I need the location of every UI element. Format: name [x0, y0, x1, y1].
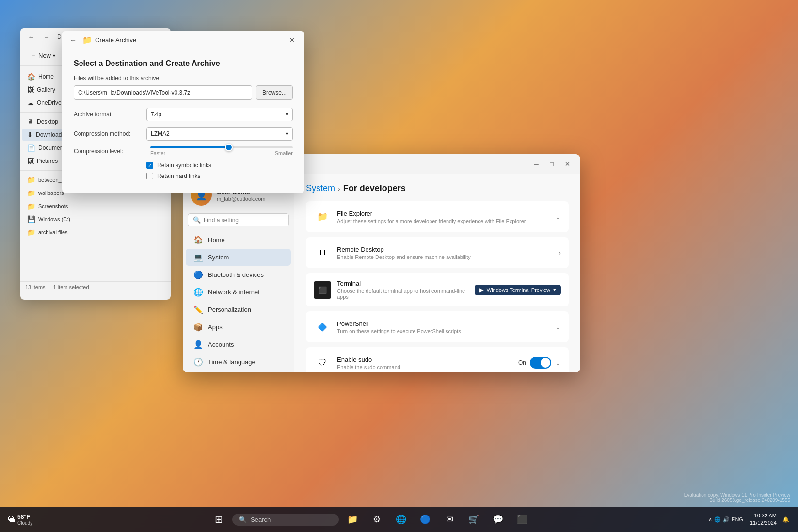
- ca-heading: Select a Destination and Create Archive: [74, 59, 293, 68]
- breadcrumb-parent[interactable]: System: [306, 183, 335, 193]
- ca-slider-thumb[interactable]: [225, 144, 233, 151]
- sw-close-button[interactable]: ✕: [560, 157, 575, 171]
- chevron-down-icon-ps: ⌄: [555, 323, 561, 331]
- terminal-app-icon: ▶: [479, 287, 484, 293]
- ca-browse-button[interactable]: Browse...: [256, 85, 293, 100]
- chevron-down-icon-sudo: ⌄: [555, 359, 561, 367]
- chevron-down-icon-fe: ⌄: [555, 213, 561, 221]
- sw-card-powershell-text: PowerShell Turn on these settings to exe…: [337, 320, 555, 334]
- ca-checkbox-symbolic: ✓ Retain symbolic links: [74, 162, 293, 169]
- file-explorer-card-icon: 📁: [314, 208, 331, 226]
- terminal-select-badge[interactable]: ▶ Windows Terminal Preview ▾: [475, 285, 561, 295]
- terminal-app-name: Windows Terminal Preview: [487, 287, 550, 293]
- ca-compression-select[interactable]: LZMA2 ▾: [146, 127, 293, 141]
- sw-row-terminal[interactable]: ⬛ Terminal Choose the default terminal a…: [306, 273, 569, 306]
- sw-row-remote-desktop[interactable]: 🖥 Remote Desktop Enable Remote Desktop a…: [306, 237, 569, 268]
- ca-path-input[interactable]: [74, 85, 252, 100]
- ca-format-select[interactable]: 7zip ▾: [146, 108, 293, 121]
- taskbar-app-store[interactable]: 🛒: [463, 509, 484, 530]
- sudo-toggle[interactable]: [530, 357, 551, 369]
- folder-icon-2: 📁: [27, 189, 35, 197]
- ca-titlebar: ← 📁 Create Archive ✕: [62, 31, 304, 49]
- sidebar-item-windows-c[interactable]: 💾 Windows (C:): [22, 213, 81, 226]
- ca-checkbox-symbolic-input[interactable]: ✓: [146, 162, 153, 169]
- sw-nav-personalization[interactable]: ✏️ Personalization: [186, 301, 291, 318]
- chevron-down-icon-terminal: ▾: [553, 287, 556, 293]
- fe-back-button[interactable]: ←: [24, 30, 38, 44]
- sw-card-powershell: 🔷 PowerShell Turn on these settings to e…: [306, 311, 569, 342]
- sidebar-item-archival[interactable]: 📁 archival files: [22, 226, 81, 239]
- sw-maximize-button[interactable]: □: [544, 157, 559, 171]
- sudo-card-icon: 🛡: [314, 354, 331, 371]
- sidebar-item-screenshots[interactable]: 📁 Screenshots: [22, 200, 81, 212]
- sw-card-sudo-title: Enable sudo: [337, 356, 518, 363]
- sw-find-input[interactable]: [204, 217, 284, 224]
- network-nav-icon: 🌐: [193, 288, 203, 297]
- taskbar-app-browser[interactable]: 🌐: [390, 509, 412, 530]
- search-taskbar-label: Search: [251, 516, 271, 523]
- folder-icon-1: 📁: [27, 176, 35, 184]
- fe-new-button[interactable]: ＋ New ▾: [25, 49, 60, 63]
- taskbar-app-teams[interactable]: 💬: [487, 509, 509, 530]
- sw-find-setting[interactable]: 🔍: [188, 213, 289, 226]
- folder-icon-3: 📁: [27, 202, 35, 210]
- sw-card-file-explorer-desc: Adjust these settings for a more develop…: [337, 218, 555, 224]
- browser-taskbar-icon: 🌐: [396, 514, 406, 525]
- clock-date: 11/12/2024: [750, 519, 777, 527]
- sw-card-remote-desktop-title: Remote Desktop: [337, 246, 559, 253]
- sw-card-sudo-text: Enable sudo Enable the sudo command: [337, 356, 518, 370]
- sw-nav-time[interactable]: 🕐 Time & language: [186, 354, 291, 371]
- sw-card-terminal-action[interactable]: ▶ Windows Terminal Preview ▾: [475, 285, 561, 295]
- ca-checkbox-hard-input[interactable]: [146, 173, 153, 179]
- breadcrumb: System › For developers: [306, 183, 569, 193]
- folder-icon-4: 📁: [27, 228, 35, 236]
- network-tray-icon[interactable]: 🌐: [714, 516, 721, 523]
- taskbar-app-edge[interactable]: 🔵: [415, 509, 436, 530]
- sw-nav-gaming[interactable]: 🎮 Gaming: [186, 371, 291, 372]
- chevron-right-icon-rd: ›: [559, 249, 561, 257]
- taskbar-app-explorer[interactable]: 📁: [342, 509, 363, 530]
- taskbar-right: ∧ 🌐 🔊 ENG 10:32 AM 11/12/2024 🔔: [704, 512, 798, 527]
- sw-nav-system[interactable]: 💻 System: [186, 249, 291, 266]
- volume-tray-icon[interactable]: 🔊: [723, 516, 730, 523]
- settings-taskbar-icon: ⚙: [373, 514, 381, 525]
- start-button[interactable]: ⊞: [208, 509, 229, 530]
- edge-taskbar-icon: 🔵: [420, 514, 431, 525]
- taskbar-left: 🌥 58°F Cloudy: [0, 514, 36, 526]
- notification-button[interactable]: 🔔: [780, 516, 792, 523]
- sw-nav-home[interactable]: 🏠 Home: [186, 231, 291, 248]
- ca-slider-labels: Faster Smaller: [150, 150, 293, 156]
- fe-statusbar: 13 items 1 item selected: [20, 281, 171, 292]
- weather-widget[interactable]: 🌥 58°F Cloudy: [4, 514, 36, 526]
- taskbar-app-settings[interactable]: ⚙: [366, 509, 387, 530]
- sw-card-powershell-desc: Turn on these settings to execute PowerS…: [337, 328, 555, 334]
- sw-card-file-explorer-title: File Explorer: [337, 210, 555, 217]
- sw-nav-bluetooth[interactable]: 🔵 Bluetooth & devices: [186, 266, 291, 283]
- ca-body: Select a Destination and Create Archive …: [62, 49, 304, 193]
- sw-sidebar: 👤 User Demo m_lab@outlook.com 🔍 🏠 Home 💻…: [183, 174, 294, 372]
- ca-close-button[interactable]: ✕: [285, 33, 299, 47]
- sw-row-powershell[interactable]: 🔷 PowerShell Turn on these settings to e…: [306, 311, 569, 342]
- sw-minimize-button[interactable]: ─: [529, 157, 543, 171]
- lang-tray-label[interactable]: ENG: [732, 516, 743, 522]
- chevron-up-icon[interactable]: ∧: [708, 516, 712, 523]
- fe-forward-button[interactable]: →: [40, 30, 53, 44]
- sw-card-terminal-text: Terminal Choose the default terminal app…: [337, 280, 475, 300]
- sw-window-controls: ─ □ ✕: [529, 157, 575, 171]
- sw-nav-apps[interactable]: 📦 Apps: [186, 319, 291, 336]
- breadcrumb-current: For developers: [343, 183, 406, 193]
- clock-widget[interactable]: 10:32 AM 11/12/2024: [750, 512, 777, 527]
- sw-nav-network[interactable]: 🌐 Network & internet: [186, 284, 291, 301]
- taskbar-app-mail[interactable]: ✉: [439, 509, 460, 530]
- sw-email: m_lab@outlook.com: [217, 196, 265, 202]
- ca-checkbox-hard-label: Retain hard links: [157, 173, 200, 179]
- taskbar-app-terminal[interactable]: ⬛: [511, 509, 533, 530]
- sw-nav-accounts[interactable]: 👤 Accounts: [186, 336, 291, 353]
- home-icon: 🏠: [27, 73, 35, 81]
- ca-back-button[interactable]: ←: [68, 34, 79, 46]
- sw-row-file-explorer[interactable]: 📁 File Explorer Adjust these settings fo…: [306, 201, 569, 232]
- taskbar-search[interactable]: 🔍 Search: [232, 514, 339, 526]
- mail-taskbar-icon: ✉: [446, 514, 453, 525]
- sw-row-sudo[interactable]: 🛡 Enable sudo Enable the sudo command On…: [306, 347, 569, 372]
- sw-main-content: System › For developers 📁 File Explorer …: [294, 174, 580, 372]
